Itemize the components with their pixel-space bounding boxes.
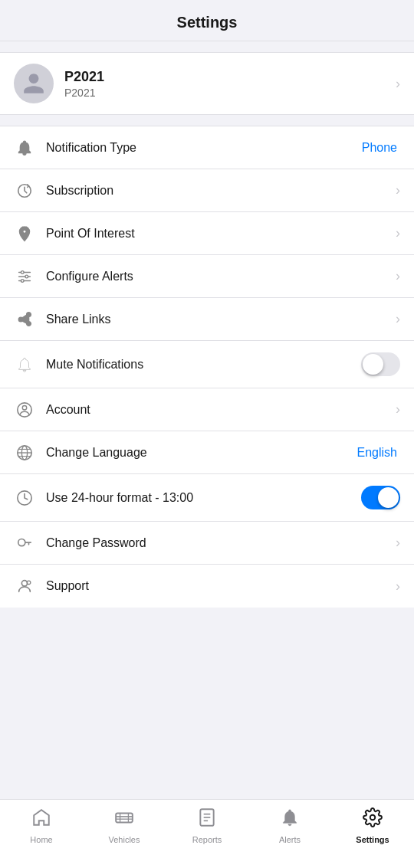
content-area: P2021 P2021 › Notification Type Phone Su… [0, 41, 414, 799]
settings-row-subscription[interactable]: Subscription › [0, 169, 414, 212]
page-title: Settings [177, 14, 238, 31]
chevron-icon: › [396, 578, 400, 594]
share-icon [14, 311, 35, 328]
settings-row-notification-type[interactable]: Notification Type Phone [0, 126, 414, 169]
svg-point-16 [21, 581, 27, 586]
row-label-support: Support [46, 579, 396, 593]
nav-item-vehicles[interactable]: Vehicles [83, 807, 166, 844]
chevron-icon: › [396, 225, 400, 241]
settings-row-point-of-interest[interactable]: Point Of Interest › [0, 212, 414, 255]
nav-item-alerts[interactable]: Alerts [248, 807, 331, 844]
settings-row-share-links[interactable]: Share Links › [0, 298, 414, 341]
chevron-icon: › [396, 182, 400, 198]
settings-row-use-24hour[interactable]: Use 24-hour format - 13:00 [0, 474, 414, 522]
nav-label-vehicles: Vehicles [109, 835, 140, 844]
svg-point-15 [18, 539, 25, 545]
row-label-point-of-interest: Point Of Interest [46, 227, 396, 241]
nav-icon-home [31, 807, 51, 832]
nav-icon-reports [197, 807, 217, 832]
person-circle-icon [14, 401, 35, 418]
toggle-mute-notifications[interactable] [361, 352, 400, 376]
settings-row-account[interactable]: Account › [0, 388, 414, 431]
row-value: Phone [362, 141, 397, 155]
bottom-nav: Home Vehicles Reports Alerts Settings [0, 799, 414, 868]
nav-icon-alerts [280, 807, 300, 832]
settings-list: Notification Type Phone Subscription › P… [0, 126, 414, 608]
row-label-use-24hour: Use 24-hour format - 13:00 [46, 491, 361, 505]
nav-label-settings: Settings [356, 835, 389, 844]
row-label-subscription: Subscription [46, 184, 396, 198]
nav-label-home: Home [30, 835, 52, 844]
row-value: English [357, 446, 397, 460]
profile-chevron: › [396, 76, 400, 92]
nav-item-reports[interactable]: Reports [166, 807, 248, 844]
person-support-icon [14, 578, 35, 594]
svg-point-4 [21, 270, 24, 274]
settings-row-change-password[interactable]: Change Password › [0, 522, 414, 565]
svg-point-8 [22, 405, 27, 410]
settings-row-configure-alerts[interactable]: Configure Alerts › [0, 255, 414, 298]
row-label-change-language: Change Language [46, 446, 357, 460]
profile-subtitle: P2021 [64, 87, 396, 99]
settings-row-change-language[interactable]: Change Language English [0, 431, 414, 474]
clock-icon [14, 490, 35, 506]
svg-point-17 [27, 581, 31, 585]
nav-label-alerts: Alerts [279, 835, 301, 844]
svg-rect-18 [116, 814, 133, 823]
nav-item-settings[interactable]: Settings [331, 807, 414, 844]
nav-label-reports: Reports [192, 835, 222, 844]
row-label-configure-alerts: Configure Alerts [46, 270, 396, 283]
chevron-icon: › [396, 311, 400, 327]
row-label-notification-type: Notification Type [46, 141, 362, 155]
pin-icon [14, 225, 35, 242]
person-icon [21, 71, 46, 96]
profile-info: P2021 P2021 [64, 69, 396, 99]
nav-item-home[interactable]: Home [0, 807, 83, 844]
nav-icon-vehicles [114, 807, 134, 832]
row-label-account: Account [46, 403, 396, 417]
toggle-use-24hour[interactable] [361, 486, 400, 509]
nav-icon-settings [363, 807, 383, 832]
svg-point-5 [25, 275, 28, 278]
profile-row[interactable]: P2021 P2021 › [0, 52, 414, 115]
row-label-share-links: Share Links [46, 313, 396, 326]
globe-icon [14, 444, 35, 461]
profile-name: P2021 [64, 69, 396, 85]
sliders-icon [14, 268, 35, 285]
svg-point-6 [21, 279, 24, 282]
row-label-mute-notifications: Mute Notifications [46, 358, 361, 372]
chevron-icon: › [396, 268, 400, 284]
clock-arrow-icon [14, 182, 35, 199]
settings-row-support[interactable]: Support › [0, 565, 414, 608]
header: Settings [0, 0, 414, 41]
bell-icon [14, 139, 35, 156]
avatar [14, 64, 54, 103]
bell-outline-icon [14, 356, 35, 373]
chevron-icon: › [396, 401, 400, 418]
key-icon [14, 535, 35, 552]
svg-point-27 [370, 815, 376, 821]
settings-row-mute-notifications[interactable]: Mute Notifications [0, 341, 414, 388]
row-label-change-password: Change Password [46, 536, 396, 550]
chevron-icon: › [396, 535, 400, 551]
